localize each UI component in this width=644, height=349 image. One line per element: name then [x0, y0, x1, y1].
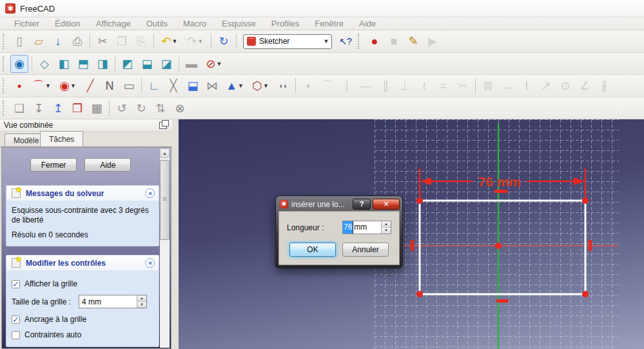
delete-all-geometry-button[interactable]: ⊗	[171, 99, 189, 117]
create-arc-button[interactable]: ⌒▼	[30, 77, 54, 95]
macro-record-button[interactable]: ●	[366, 32, 384, 50]
create-polygon-dropdown-arrow[interactable]: ▼	[263, 83, 269, 89]
length-input[interactable]: 76 mm ▲▼	[342, 221, 391, 234]
refresh-button[interactable]: ↻	[215, 32, 233, 50]
clipping-plane-dropdown-arrow[interactable]: ▼	[217, 61, 222, 67]
print-button[interactable]: ⎙	[68, 32, 86, 50]
view-front-button[interactable]: ◧	[55, 55, 73, 73]
create-line-button[interactable]: ╱	[81, 77, 99, 95]
toolbar-grip[interactable]	[3, 101, 6, 116]
create-slot-button[interactable]: ◖◗	[274, 77, 292, 95]
fit-all-button[interactable]: ◉	[10, 55, 28, 73]
menu-esquisse[interactable]: Esquisse	[214, 17, 264, 30]
measure-distance-button[interactable]: ▬	[182, 55, 200, 73]
whats-this-button[interactable]: ↖?	[337, 32, 355, 50]
close-task-button[interactable]: Fermer	[30, 158, 77, 172]
menu-aide[interactable]: Aide	[351, 17, 384, 30]
menu-outils[interactable]: Outils	[139, 17, 175, 30]
spin-down-icon[interactable]: ▼	[382, 228, 391, 234]
view-bottom-button[interactable]: ⬓	[138, 55, 156, 73]
cancel-button[interactable]: Annuler	[342, 243, 389, 257]
length-spinner[interactable]: ▲▼	[381, 221, 391, 234]
float-panel-icon[interactable]	[159, 122, 167, 129]
select-conflicting-constraints-button[interactable]: ⇅	[151, 99, 170, 117]
sketch-view-section-button[interactable]: ▦	[88, 99, 106, 117]
select-origin-button[interactable]: ↻	[132, 99, 150, 117]
symmetry-button[interactable]: ⋈	[203, 77, 221, 95]
length-value-selected: 76	[343, 221, 353, 234]
external-geometry-button[interactable]: ⬓	[184, 77, 202, 95]
create-arc-dropdown-arrow[interactable]: ▼	[45, 83, 51, 89]
toolbar-grip[interactable]	[358, 34, 361, 49]
menu-affichage[interactable]: Affichage	[88, 17, 139, 30]
create-polygon-button[interactable]: ⬡▼	[248, 77, 273, 95]
3d-viewport[interactable]: 76 mm	[179, 119, 644, 349]
workbench-selector[interactable]: ⌒ Sketcher ▼	[243, 34, 332, 49]
view-axonometric-button[interactable]: ◇	[35, 55, 54, 73]
construction-mode-dropdown-arrow[interactable]: ▼	[238, 83, 244, 89]
menu-fichier[interactable]: Fichier	[6, 17, 47, 30]
open-file-button[interactable]: ▱	[30, 32, 48, 50]
clipping-plane-button[interactable]: ⊘▼	[202, 55, 226, 73]
menu-fenetre[interactable]: Fenêtre	[307, 17, 351, 30]
sketch-map-button[interactable]: ❐	[68, 99, 86, 117]
create-fillet-icon: ∟	[148, 77, 160, 94]
dialog-title-bar[interactable]: ✱ insérer une lo... ? ✕	[278, 197, 400, 211]
create-polygon-icon: ⬡	[252, 77, 262, 94]
auto-constraints-checkbox[interactable]	[12, 331, 20, 339]
sketch-view-button[interactable]: ↥	[49, 99, 67, 117]
cut-button[interactable]: ✂	[93, 32, 112, 50]
construction-mode-button[interactable]: ▲▼	[222, 77, 247, 95]
grid-size-label: Taille de la grille :	[12, 297, 71, 306]
dialog-close-button[interactable]: ✕	[373, 199, 400, 210]
undo-button[interactable]: ↶▼	[157, 32, 182, 50]
scrollbar-thumb[interactable]	[160, 160, 170, 240]
select-constraints-button[interactable]: ↺	[113, 99, 131, 117]
trim-edge-button[interactable]: ╳	[164, 77, 182, 95]
macro-edit-button[interactable]: ✎	[404, 32, 422, 50]
snap-grid-checkbox[interactable]	[12, 315, 20, 324]
save-file-button[interactable]: ↓	[49, 32, 67, 50]
undo-dropdown-arrow[interactable]: ▼	[172, 38, 178, 45]
create-fillet-button[interactable]: ∟	[145, 77, 163, 95]
tab-taches[interactable]: Tâches	[40, 131, 83, 146]
sketch-edit-button[interactable]: ❏	[10, 99, 28, 117]
help-task-button[interactable]: Aide	[84, 158, 131, 172]
grid-size-spinner[interactable]: ▲▼	[137, 295, 146, 308]
create-polyline-button[interactable]: N	[101, 77, 119, 95]
show-grid-checkbox[interactable]	[12, 280, 20, 288]
panel-scrollbar[interactable]: ▲	[160, 148, 170, 348]
toolbar-separator	[32, 56, 32, 72]
collapse-chevron-icon[interactable]: «	[145, 188, 155, 198]
toolbar-grip[interactable]	[3, 34, 6, 49]
spin-up-icon[interactable]: ▲	[382, 221, 391, 228]
new-file-button[interactable]: ▯	[10, 32, 28, 50]
create-rectangle-button[interactable]: ▭	[120, 77, 138, 95]
spin-down-icon[interactable]: ▼	[137, 302, 146, 308]
edit-controls-header[interactable]: Modifier les contrôles «	[6, 255, 159, 271]
spin-up-icon[interactable]: ▲	[137, 295, 146, 302]
workbench-dropdown-arrow[interactable]: ▼	[321, 38, 331, 45]
ok-button[interactable]: OK	[289, 243, 336, 257]
sketch-leave-button[interactable]: ↧	[30, 99, 48, 117]
menu-edition[interactable]: Édition	[47, 17, 88, 30]
dialog-help-button[interactable]: ?	[353, 199, 371, 210]
dimension-value-label[interactable]: 76 mm	[478, 174, 522, 189]
menu-profiles[interactable]: Profiles	[264, 17, 307, 30]
redo-dropdown-arrow[interactable]: ▼	[198, 38, 204, 45]
view-rear-button[interactable]: ◩	[119, 55, 137, 73]
scrollbar-up-arrow[interactable]: ▲	[160, 148, 170, 158]
toolbar-grip[interactable]	[3, 56, 6, 72]
toolbar-grip[interactable]	[3, 78, 6, 94]
view-top-button[interactable]: ⬒	[74, 55, 92, 73]
create-circle-dropdown-arrow[interactable]: ▼	[70, 83, 76, 89]
collapse-chevron-icon[interactable]: «	[145, 258, 155, 268]
create-circle-button[interactable]: ◉▼	[55, 77, 80, 95]
sketch-canvas[interactable]: 76 mm	[179, 119, 644, 349]
create-point-button[interactable]: ●	[10, 77, 28, 95]
solver-messages-header[interactable]: Messages du solveur «	[6, 186, 159, 201]
menu-macro[interactable]: Macro	[175, 17, 214, 30]
view-right-button[interactable]: ◨	[93, 55, 112, 73]
grid-size-input[interactable]: 4 mm ▲▼	[79, 295, 147, 308]
view-left-button[interactable]: ◪	[157, 55, 175, 73]
